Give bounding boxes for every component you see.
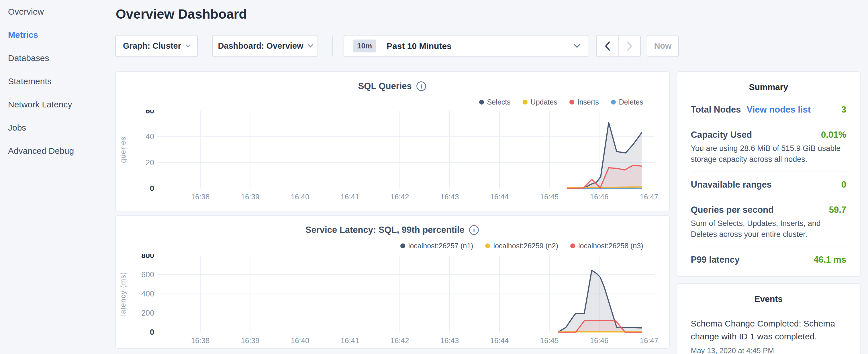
svg-text:latency (ms): latency (ms) <box>119 272 127 316</box>
time-step-forward-button[interactable] <box>619 35 640 57</box>
legend-label: localhost:26259 (n2) <box>493 242 558 250</box>
svg-text:800: 800 <box>141 254 154 260</box>
sidebar-item-label: Jobs <box>8 123 26 133</box>
summary-row-value: 0 <box>841 180 846 190</box>
time-window-label: Past 10 Minutes <box>386 41 452 51</box>
svg-text:0: 0 <box>150 184 154 193</box>
svg-text:16:42: 16:42 <box>390 336 409 345</box>
sidebar-item-databases[interactable]: Databases <box>0 46 115 70</box>
sidebar-item-metrics[interactable]: Metrics <box>0 23 115 46</box>
time-range-picker[interactable]: 10m Past 10 Minutes <box>344 35 588 57</box>
svg-text:16:44: 16:44 <box>490 336 509 345</box>
controls-divider <box>332 35 333 57</box>
svg-text:16:47: 16:47 <box>640 192 658 201</box>
dashboard-body: SQL Queries i SelectsUpdatesInsertsDelet… <box>115 71 861 354</box>
dashboard-dropdown[interactable]: Dashboard: Overview <box>212 35 318 57</box>
summary-row-left: Queries per second <box>691 205 774 215</box>
event-item[interactable]: Schema Change Completed: Schema change w… <box>691 317 846 354</box>
events-title: Events <box>677 294 860 304</box>
legend-item[interactable]: Deletes <box>611 98 643 106</box>
svg-text:60: 60 <box>146 110 154 115</box>
chart-title-row: Service Latency: SQL, 99th percentile i <box>116 224 669 236</box>
summary-row: Total NodesView nodes list3 <box>691 97 846 122</box>
svg-text:16:40: 16:40 <box>290 336 309 345</box>
app-root: OverviewMetricsDatabasesStatementsNetwor… <box>0 0 868 354</box>
view-nodes-list-link[interactable]: View nodes list <box>747 104 811 115</box>
graph-scope-dropdown[interactable]: Graph: Cluster <box>115 35 198 57</box>
svg-text:16:42: 16:42 <box>390 192 409 201</box>
chevron-down-icon <box>574 42 580 48</box>
right-sidebar: Summary Total NodesView nodes list3Capac… <box>677 71 861 354</box>
summary-row-label: Unavailable ranges <box>691 180 772 190</box>
events-list: Schema Change Completed: Schema change w… <box>677 317 860 354</box>
sidebar-item-statements[interactable]: Statements <box>0 70 115 93</box>
svg-text:queries: queries <box>119 136 127 163</box>
chevron-down-icon <box>308 42 313 47</box>
svg-text:400: 400 <box>141 290 154 298</box>
legend-label: localhost:26258 (n3) <box>578 242 643 250</box>
svg-text:i: i <box>421 83 422 90</box>
info-icon[interactable]: i <box>416 81 427 92</box>
summary-row-main: Total NodesView nodes list3 <box>691 104 846 115</box>
sidebar-item-jobs[interactable]: Jobs <box>0 116 115 139</box>
graph-scope-label: Graph: Cluster <box>123 41 181 51</box>
sidebar-item-label: Statements <box>8 76 52 86</box>
legend-item[interactable]: localhost:26259 (n2) <box>485 242 558 250</box>
charts-column: SQL Queries i SelectsUpdatesInsertsDelet… <box>115 71 670 354</box>
service-latency-plot: 16:3816:3916:4016:4116:4216:4316:4416:45… <box>116 254 660 346</box>
summary-rows: Total NodesView nodes list3Capacity Used… <box>691 97 846 272</box>
sql-queries-plot: 16:3816:3916:4016:4116:4216:4316:4416:45… <box>116 110 660 202</box>
svg-text:16:39: 16:39 <box>241 336 259 345</box>
summary-row-main: P99 latency46.1 ms <box>691 255 846 265</box>
summary-row-label: Capacity Used <box>691 130 752 140</box>
summary-row-left: Capacity Used <box>691 130 752 140</box>
legend-item[interactable]: localhost:26257 (n1) <box>400 242 473 250</box>
chevron-left-icon <box>603 40 612 52</box>
legend-item[interactable]: Updates <box>523 98 557 106</box>
summary-row: Capacity Used0.01%You are using 28.6 MiB… <box>691 122 846 172</box>
legend-item[interactable]: localhost:26258 (n3) <box>570 242 643 250</box>
time-step-back-button[interactable] <box>597 35 619 57</box>
now-button[interactable]: Now <box>647 35 679 57</box>
sidebar-item-label: Advanced Debug <box>8 146 74 156</box>
svg-text:16:43: 16:43 <box>440 192 459 201</box>
svg-text:16:41: 16:41 <box>340 192 359 201</box>
legend-dot-icon <box>523 100 528 104</box>
svg-text:20: 20 <box>146 158 154 167</box>
legend-label: Updates <box>531 98 557 106</box>
info-icon[interactable]: i <box>468 225 479 235</box>
event-timestamp: May 13, 2020 at 4:45 PM <box>691 346 846 354</box>
sidebar-item-label: Overview <box>8 7 44 17</box>
summary-row-left: P99 latency <box>691 255 740 265</box>
sidebar-item-network-latency[interactable]: Network Latency <box>0 93 115 116</box>
sidebar-item-label: Network Latency <box>8 100 72 109</box>
time-step-group <box>596 35 641 57</box>
summary-title: Summary <box>677 82 860 92</box>
legend-item[interactable]: Inserts <box>569 98 599 106</box>
svg-text:16:46: 16:46 <box>590 336 608 345</box>
legend-item[interactable]: Selects <box>479 98 510 106</box>
summary-row: Unavailable ranges0 <box>691 172 846 197</box>
sidebar-item-overview[interactable]: Overview <box>0 0 115 23</box>
sidebar-item-label: Metrics <box>8 30 38 40</box>
chart-title: SQL Queries <box>358 81 412 91</box>
summary-row-main: Unavailable ranges0 <box>691 180 846 190</box>
sidebar-nav: OverviewMetricsDatabasesStatementsNetwor… <box>0 0 115 354</box>
legend-dot-icon <box>479 100 484 104</box>
sidebar-item-advanced-debug[interactable]: Advanced Debug <box>0 139 115 162</box>
svg-text:16:47: 16:47 <box>640 336 658 345</box>
chart-title: Service Latency: SQL, 99th percentile <box>306 225 465 235</box>
chevron-down-icon <box>185 42 191 47</box>
legend-label: localhost:26257 (n1) <box>408 242 473 250</box>
legend-dot-icon <box>485 244 490 248</box>
summary-row-value: 3 <box>841 104 846 115</box>
svg-text:16:46: 16:46 <box>590 192 608 201</box>
svg-text:i: i <box>473 227 475 234</box>
controls-bar: Graph: Cluster Dashboard: Overview 10m P… <box>115 35 861 57</box>
page-title: Overview Dashboard <box>116 6 861 22</box>
svg-text:600: 600 <box>141 270 154 279</box>
summary-row-value: 59.7 <box>829 205 846 215</box>
summary-panel: Summary Total NodesView nodes list3Capac… <box>677 71 861 277</box>
svg-text:16:38: 16:38 <box>191 192 210 201</box>
chart-legend: SelectsUpdatesInsertsDeletes <box>116 98 643 106</box>
